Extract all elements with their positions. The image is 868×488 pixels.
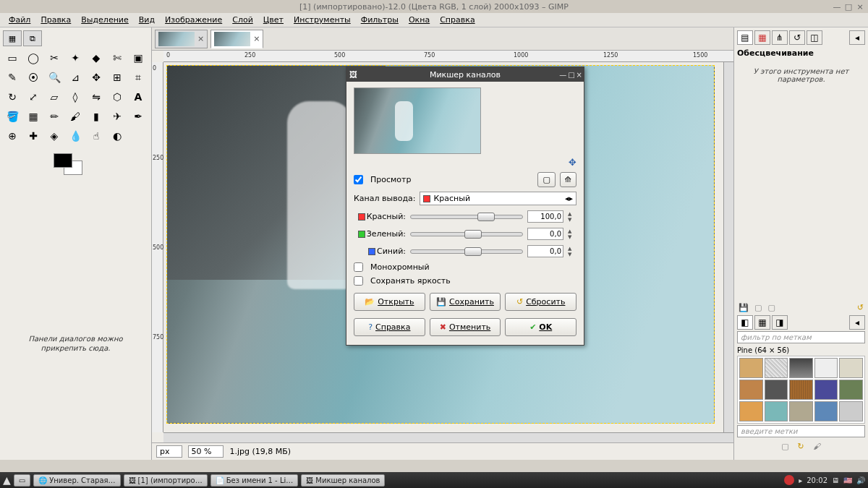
dialog-minimize-icon[interactable]: — [559,71,566,79]
ptab-brushes-icon[interactable]: ◧ [737,315,753,330]
unit-dropdown[interactable]: px [156,445,182,458]
tool-flip-icon[interactable]: ⇋ [87,88,106,106]
dialog-close-icon[interactable]: × [576,71,582,79]
cancel-button[interactable]: ✖Отменить [430,318,501,336]
start-menu-icon[interactable]: ▲ [3,474,11,486]
tray-flag-icon[interactable]: 🇺🇸 [843,476,852,484]
tool-measure-icon[interactable]: ⊿ [66,69,85,86]
document-tab-active[interactable]: × [210,30,263,48]
preview-checkbox[interactable] [354,175,363,184]
tool-ink-icon[interactable]: ✒ [129,108,148,125]
taskbar-item-active[interactable]: 🖼Микшер каналов [301,474,385,487]
menu-select[interactable]: Выделение [77,14,133,26]
ptab-menu-icon[interactable]: ◂ [849,315,865,330]
pattern-swatch[interactable] [765,358,788,378]
pattern-brush-icon[interactable]: 🖌 [813,442,821,451]
tray-screen-icon[interactable]: 🖥 [832,476,839,484]
tray-record-icon[interactable] [784,475,794,485]
fg-bg-color[interactable] [54,153,90,182]
tray-menu-icon[interactable]: ▸ [799,476,802,484]
blue-value-input[interactable]: 0,0 [527,245,563,257]
minimize-icon[interactable]: — [832,2,842,12]
pattern-swatch[interactable] [814,401,838,421]
tool-perspective-icon[interactable]: ◊ [66,88,85,106]
tool-crop-icon[interactable]: ⌗ [129,69,148,86]
tool-airbrush-icon[interactable]: ✈ [108,108,127,125]
tool-clone-icon[interactable]: ⊕ [3,127,22,145]
tool-foreground-select-icon[interactable]: ▣ [129,49,148,67]
tooltab-squares-icon[interactable]: ▦ [3,30,22,46]
pattern-swatch[interactable] [839,380,863,400]
tool-rotate-icon[interactable]: ↻ [3,88,22,106]
rtab-channels-icon[interactable]: ▦ [754,30,770,45]
menu-layer[interactable]: Слой [228,14,258,26]
pattern-swatch[interactable] [739,358,763,378]
red-value-input[interactable]: 100,0 [527,210,563,223]
menu-help[interactable]: Справка [435,14,479,26]
btn-revert-icon[interactable]: ▢ [754,303,762,312]
pattern-swatch[interactable] [789,358,813,378]
green-slider[interactable] [410,232,523,236]
tool-align-icon[interactable]: ⊞ [108,69,127,86]
pattern-filter-input[interactable]: фильтр по меткам [737,331,865,343]
tool-zoom-icon[interactable]: 🔍 [45,69,64,86]
menu-windows[interactable]: Окна [404,14,434,26]
pattern-swatch[interactable] [739,401,763,421]
fg-color-swatch[interactable] [54,153,72,168]
close-icon[interactable]: × [855,2,865,12]
tool-rect-select-icon[interactable]: ▭ [3,49,22,67]
green-value-input[interactable]: 0,0 [527,228,563,240]
tool-dodgeburn-icon[interactable]: ◐ [108,127,127,145]
tool-ellipse-select-icon[interactable]: ◯ [24,49,43,67]
taskbar-item[interactable]: 📄Без имени 1 - Li… [210,474,299,487]
rtab-histogram-icon[interactable]: ◫ [807,30,822,45]
taskbar-item[interactable]: 🖼[1] (импортиро… [124,474,208,487]
scrollbar-horizontal[interactable] [163,432,733,442]
red-spinner[interactable]: ▲▼ [568,211,576,223]
tool-paths-icon[interactable]: ✎ [3,69,22,86]
tool-heal-icon[interactable]: ✚ [24,127,43,145]
rtab-layers-icon[interactable]: ▤ [737,30,753,45]
zoom-dropdown[interactable]: 50 % [188,445,224,458]
tool-move-icon[interactable]: ✥ [87,69,106,86]
blue-spinner[interactable]: ▲▼ [568,246,576,257]
preserve-luminosity-checkbox[interactable] [354,276,363,286]
tool-bycolor-select-icon[interactable]: ◆ [87,49,106,67]
pattern-swatch[interactable] [814,358,838,378]
pattern-action-icon[interactable]: ▢ [781,442,788,451]
btn-save-icon[interactable]: 💾 [739,303,749,312]
monochrome-checkbox[interactable] [354,262,363,272]
maximize-icon[interactable]: □ [843,2,854,12]
tab-close-icon[interactable]: × [253,34,260,43]
taskbar-item[interactable]: 🌐Универ. Старая… [33,474,120,487]
pattern-tags-input[interactable]: введите метки [737,425,865,437]
tool-fuzzy-select-icon[interactable]: ✦ [66,49,85,67]
tool-shear-icon[interactable]: ▱ [45,88,64,106]
menu-image[interactable]: Изображение [161,14,226,26]
menu-edit[interactable]: Правка [36,14,75,26]
pattern-swatch[interactable] [789,401,813,421]
menu-file[interactable]: Файл [4,14,35,26]
open-button[interactable]: 📂Открыть [354,293,425,311]
rtab-undo-icon[interactable]: ↺ [789,30,805,45]
menu-view[interactable]: Вид [135,14,159,26]
dialog-maximize-icon[interactable]: □ [568,71,574,79]
tray-volume-icon[interactable]: 🔊 [856,476,865,484]
taskbar-show-desktop[interactable]: ▭ [14,474,30,487]
tool-pencil-icon[interactable]: ✏ [45,108,64,125]
pattern-swatch[interactable] [765,380,788,400]
ptab-gradients-icon[interactable]: ◨ [772,315,788,330]
btn-reset-icon[interactable]: ↺ [857,303,864,312]
tool-color-picker-icon[interactable]: ⦿ [24,69,43,86]
pattern-refresh-icon[interactable]: ↻ [798,442,804,451]
preview-resize-icon[interactable]: ✥ [354,157,576,168]
pattern-swatch[interactable] [814,380,838,400]
red-slider[interactable] [410,215,523,219]
document-tab[interactable]: × [155,30,208,48]
output-channel-dropdown[interactable]: Красный◂▸ [420,192,576,205]
green-spinner[interactable]: ▲▼ [568,228,576,240]
menu-filters[interactable]: Фильтры [357,14,403,26]
ptab-patterns-icon[interactable]: ▦ [754,315,770,330]
scrollbar-vertical[interactable] [723,62,733,432]
tab-close-icon[interactable]: × [197,34,204,43]
